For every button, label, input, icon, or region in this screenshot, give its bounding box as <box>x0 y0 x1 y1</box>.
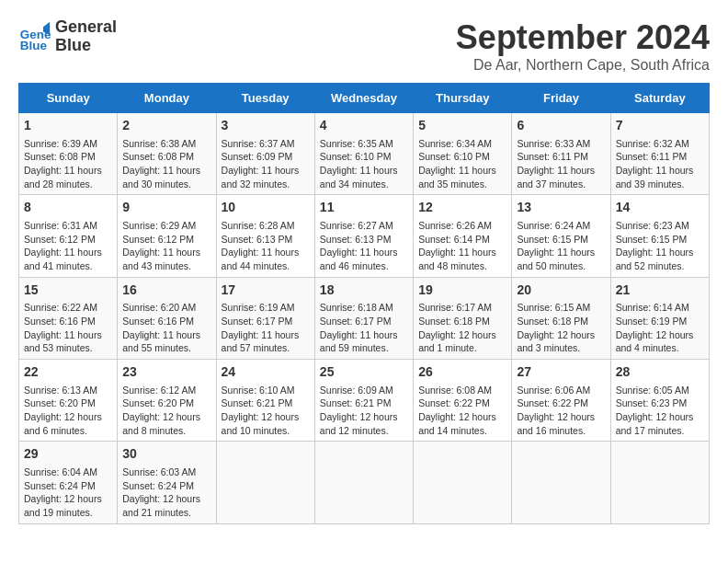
day-info-line: Sunrise: 6:39 AM <box>24 137 112 151</box>
day-info-line: Sunset: 6:24 PM <box>24 479 112 493</box>
calendar-cell: 10Sunrise: 6:28 AMSunset: 6:13 PMDayligh… <box>216 195 314 277</box>
day-info-line: Sunset: 6:19 PM <box>616 315 704 328</box>
day-info-line: Daylight: 11 hours <box>122 246 210 259</box>
calendar-cell: 14Sunrise: 6:23 AMSunset: 6:15 PMDayligh… <box>610 195 709 277</box>
day-info-line: Daylight: 11 hours <box>517 246 605 259</box>
calendar-cell: 12Sunrise: 6:26 AMSunset: 6:14 PMDayligh… <box>414 195 512 277</box>
day-info-line: Sunrise: 6:14 AM <box>616 301 704 315</box>
day-info-line: Sunset: 6:21 PM <box>222 396 310 410</box>
day-number: 17 <box>222 282 310 300</box>
day-number: 29 <box>24 445 112 464</box>
location-title: De Aar, Northern Cape, South Africa <box>456 57 710 74</box>
day-info-line: Sunrise: 6:20 AM <box>122 301 210 315</box>
day-info-line: Sunset: 6:12 PM <box>24 233 112 247</box>
calendar-cell: 29Sunrise: 6:04 AMSunset: 6:24 PMDayligh… <box>19 442 118 523</box>
calendar-cell: 9Sunrise: 6:29 AMSunset: 6:12 PMDaylight… <box>118 195 216 277</box>
day-info-line: Sunrise: 6:23 AM <box>616 219 704 233</box>
calendar-cell: 26Sunrise: 6:08 AMSunset: 6:22 PMDayligh… <box>414 360 512 442</box>
calendar-cell: 23Sunrise: 6:12 AMSunset: 6:20 PMDayligh… <box>118 360 216 442</box>
day-info-line: and 3 minutes. <box>517 341 605 355</box>
day-info-line: and 17 minutes. <box>616 424 704 438</box>
day-info-line: Daylight: 12 hours <box>122 410 210 424</box>
day-info-line: Daylight: 11 hours <box>122 328 210 342</box>
header-thursday: Thursday <box>414 84 512 113</box>
day-info-line: and 55 minutes. <box>122 341 210 355</box>
calendar-cell: 20Sunrise: 6:15 AMSunset: 6:18 PMDayligh… <box>512 277 610 359</box>
day-number: 7 <box>616 117 704 135</box>
day-info-line: Daylight: 11 hours <box>24 328 112 342</box>
day-info-line: Sunset: 6:14 PM <box>418 233 506 247</box>
day-info-line: Daylight: 11 hours <box>222 328 310 342</box>
day-number: 19 <box>418 282 506 300</box>
day-info-line: Sunrise: 6:31 AM <box>24 219 112 233</box>
day-info-line: and 19 minutes. <box>24 506 112 520</box>
day-info-line: Sunset: 6:12 PM <box>122 233 210 247</box>
day-info-line: Sunrise: 6:32 AM <box>616 137 704 151</box>
day-info-line: and 16 minutes. <box>517 424 605 438</box>
calendar-cell: 11Sunrise: 6:27 AMSunset: 6:13 PMDayligh… <box>314 195 413 277</box>
day-info-line: Daylight: 12 hours <box>616 328 704 342</box>
day-info-line: Sunset: 6:15 PM <box>616 233 704 247</box>
day-info-line: Sunrise: 6:05 AM <box>616 384 704 397</box>
day-number: 12 <box>418 199 506 217</box>
day-info-line: Sunrise: 6:33 AM <box>517 137 605 151</box>
logo-text: General Blue <box>55 18 117 55</box>
day-info-line: Sunset: 6:15 PM <box>517 233 605 247</box>
day-info-line: Daylight: 12 hours <box>222 410 310 424</box>
day-number: 2 <box>122 117 210 135</box>
day-info-line: and 39 minutes. <box>616 178 704 191</box>
day-number: 27 <box>517 363 605 382</box>
day-number: 13 <box>517 199 605 217</box>
day-info-line: Sunrise: 6:03 AM <box>122 465 210 479</box>
day-number: 28 <box>616 363 704 382</box>
day-info-line: Sunset: 6:21 PM <box>320 396 408 410</box>
day-info-line: Sunrise: 6:27 AM <box>320 219 408 233</box>
day-info-line: Sunset: 6:09 PM <box>222 150 310 164</box>
header-saturday: Saturday <box>610 84 709 113</box>
day-info-line: and 1 minute. <box>418 341 506 355</box>
header-monday: Monday <box>118 84 216 113</box>
day-number: 30 <box>122 445 210 464</box>
day-info-line: Sunrise: 6:12 AM <box>122 384 210 397</box>
day-info-line: Daylight: 12 hours <box>122 492 210 506</box>
day-info-line: Sunrise: 6:13 AM <box>24 384 112 397</box>
day-info-line: Sunrise: 6:08 AM <box>418 384 506 397</box>
day-info-line: Sunrise: 6:04 AM <box>24 465 112 479</box>
logo-icon: General Blue <box>18 20 51 53</box>
week-row-1: 1Sunrise: 6:39 AMSunset: 6:08 PMDaylight… <box>19 113 710 195</box>
week-row-3: 15Sunrise: 6:22 AMSunset: 6:16 PMDayligh… <box>19 277 710 359</box>
day-info-line: Sunrise: 6:06 AM <box>517 384 605 397</box>
day-info-line: Sunset: 6:10 PM <box>320 150 408 164</box>
day-info-line: Sunrise: 6:26 AM <box>418 219 506 233</box>
calendar-table: SundayMondayTuesdayWednesdayThursdayFrid… <box>18 83 710 524</box>
day-info-line: Sunset: 6:16 PM <box>122 315 210 328</box>
day-info-line: Sunrise: 6:18 AM <box>320 301 408 315</box>
day-info-line: and 41 minutes. <box>24 259 112 273</box>
day-info-line: Daylight: 12 hours <box>418 328 506 342</box>
day-number: 21 <box>616 282 704 300</box>
day-info-line: Sunrise: 6:19 AM <box>222 301 310 315</box>
title-area: September 2024 De Aar, Northern Cape, So… <box>456 18 710 74</box>
calendar-cell: 16Sunrise: 6:20 AMSunset: 6:16 PMDayligh… <box>118 277 216 359</box>
day-info-line: Sunset: 6:08 PM <box>122 150 210 164</box>
calendar-cell: 19Sunrise: 6:17 AMSunset: 6:18 PMDayligh… <box>414 277 512 359</box>
calendar-cell: 17Sunrise: 6:19 AMSunset: 6:17 PMDayligh… <box>216 277 314 359</box>
day-info-line: Daylight: 11 hours <box>24 164 112 178</box>
day-info-line: Sunset: 6:20 PM <box>24 396 112 410</box>
day-info-line: Sunrise: 6:24 AM <box>517 219 605 233</box>
day-info-line: Daylight: 12 hours <box>517 328 605 342</box>
month-title: September 2024 <box>456 18 710 57</box>
day-info-line: Sunset: 6:18 PM <box>517 315 605 328</box>
calendar-cell: 27Sunrise: 6:06 AMSunset: 6:22 PMDayligh… <box>512 360 610 442</box>
day-info-line: Sunset: 6:24 PM <box>122 479 210 493</box>
calendar-cell <box>216 442 314 523</box>
day-info-line: and 43 minutes. <box>122 259 210 273</box>
day-info-line: Sunrise: 6:22 AM <box>24 301 112 315</box>
week-row-4: 22Sunrise: 6:13 AMSunset: 6:20 PMDayligh… <box>19 360 710 442</box>
calendar-header: SundayMondayTuesdayWednesdayThursdayFrid… <box>19 84 710 113</box>
day-info-line: and 21 minutes. <box>122 506 210 520</box>
calendar-cell: 21Sunrise: 6:14 AMSunset: 6:19 PMDayligh… <box>610 277 709 359</box>
week-row-5: 29Sunrise: 6:04 AMSunset: 6:24 PMDayligh… <box>19 442 710 523</box>
day-info-line: Daylight: 12 hours <box>616 410 704 424</box>
day-number: 22 <box>24 363 112 382</box>
